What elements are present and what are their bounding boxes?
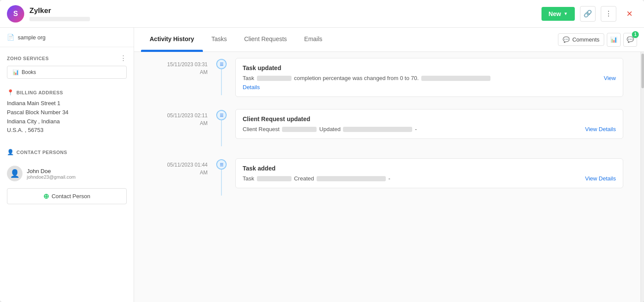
activity-body-1: Task completion percentage was changed f… [243,75,616,81]
activity-title-1: Task updated [243,64,616,71]
tab-bar: Activity History Tasks Client Requests E… [134,28,644,52]
billing-address: Indiana Main Street 1 Pascal Block Numbe… [0,99,134,135]
details-link-1[interactable]: Details [243,84,260,90]
scrollbar-thumb[interactable] [641,54,644,88]
attachment-button[interactable]: 🔗 [580,6,596,22]
dash-3: - [388,175,390,182]
timeline-date-3: 05/11/2023 01:44 AM [151,159,208,177]
tab-activity-history[interactable]: Activity History [141,28,203,52]
redacted-2a [282,127,317,132]
close-icon: ✕ [626,9,633,19]
person-icon: 👤 [7,149,14,155]
timeline-line-3 [221,170,222,196]
dot-icon-3: ☰ [220,162,224,167]
view-link-3[interactable]: View Details [585,175,616,182]
timeline-item-3: 05/11/2023 01:44 AM ☰ Task added [151,159,623,196]
header-title: Zylker [29,6,90,15]
activity-card-2: Client Request updated Client Request Up… [235,109,623,139]
add-contact-label: Contact Person [51,193,90,199]
tab-actions: 💬 Comments 📊 💬 1 [558,33,637,47]
desc-prefix-3: Task [243,175,254,182]
date-text-3: 05/11/2023 01:44 [167,162,208,168]
add-contact-button[interactable]: ⊕ Contact Person [7,188,127,204]
tab-emails-label: Emails [304,35,322,42]
timeline-date-2: 05/11/2023 02:11 AM [151,110,208,127]
billing-address-label: BILLING ADDRESS [16,90,63,95]
time-suffix-2: AM [200,120,208,126]
more-options-button[interactable]: ⋮ [601,6,616,22]
close-button[interactable]: ✕ [622,6,637,22]
contact-email: johndoe23@gmail.com [27,174,76,180]
timeline-line-1 [221,69,222,95]
books-label: Books [22,69,36,75]
dropdown-arrow-icon: ▼ [564,11,568,16]
org-icon: 📄 [7,34,14,41]
chat-badge: 1 [632,31,639,38]
desc-middle-1: completion percentage was changed from 0… [294,75,419,81]
tab-tasks[interactable]: Tasks [203,28,236,52]
redacted-2b [343,127,412,132]
contact-avatar: 👤 [7,166,22,181]
attachment-icon: 🔗 [583,10,592,18]
timeline-container: 15/11/2023 03:31 AM ☰ Task updated [151,59,623,209]
tab-tasks-label: Tasks [211,35,227,42]
scrollbar-track[interactable] [641,52,644,302]
view-link-1[interactable]: View [604,75,616,81]
comments-button[interactable]: 💬 Comments [558,33,604,46]
timeline-item: 15/11/2023 03:31 AM ☰ Task updated [151,59,623,97]
new-button-label: New [548,10,561,17]
analytics-icon: 📊 [610,36,618,43]
tab-emails[interactable]: Emails [295,28,331,52]
activity-card-3: Task added Task Created - View Details [235,158,623,188]
books-icon: 📊 [13,69,19,75]
billing-line-1: Indiana Main Street 1 [7,99,127,108]
desc-prefix-2: Client Request [243,126,279,132]
zoho-services-label: ZOHO SERVICES [7,56,49,61]
timeline-line-col-3: ☰ [216,159,227,196]
billing-line-2: Pascal Block Number 34 [7,108,127,117]
add-contact-icon: ⊕ [43,192,49,200]
timeline-line-col-1: ☰ [216,59,227,95]
billing-address-section: 📍 BILLING ADDRESS [0,82,134,99]
tab-activity-label: Activity History [150,35,194,42]
desc-prefix-1: Task [243,75,254,81]
header-info: Zylker [29,6,90,21]
billing-line-4: U.S.A. , 56753 [7,126,127,135]
content-area: Activity History Tasks Client Requests E… [134,28,644,302]
avatar: S [7,5,24,22]
zoho-services-menu-icon[interactable]: ⋮ [120,54,127,62]
timeline-line-2 [221,120,222,146]
activity-title-3: Task added [243,165,616,172]
chat-icon: 💬 [627,36,634,43]
redacted-1b [421,76,490,81]
comments-label: Comments [572,36,599,43]
new-button[interactable]: New ▼ [541,7,575,21]
timeline-dot-1: ☰ [216,59,227,69]
more-icon: ⋮ [605,10,612,18]
timeline-dot-3: ☰ [216,159,227,170]
date-text-1: 15/11/2023 03:31 [167,61,208,67]
header-subtitle [29,17,90,21]
books-button[interactable]: 📊 Books [7,66,127,79]
tab-client-requests[interactable]: Client Requests [236,28,296,52]
timeline-dot-2: ☰ [216,110,227,120]
contact-info: John Doe johndoe23@gmail.com [27,168,76,180]
sidebar-org: 📄 sample org [0,28,134,47]
timeline-item-2: 05/11/2023 02:11 AM ☰ Client Request up [151,110,623,146]
analytics-button[interactable]: 📊 [607,33,621,47]
view-link-2[interactable]: View Details [585,126,616,132]
dash-2: - [415,126,417,132]
dot-icon-1: ☰ [220,62,224,67]
activity-title-2: Client Request updated [243,116,616,122]
date-text-2: 05/11/2023 02:11 [167,112,208,119]
billing-line-3: Indiana City , Indiana [7,117,127,126]
activity-body-2: Client Request Updated - View Details [243,126,616,132]
chat-button[interactable]: 💬 1 [623,33,637,47]
activity-scroll[interactable]: 15/11/2023 03:31 AM ☰ Task updated [134,52,641,302]
tab-client-requests-label: Client Requests [244,35,287,42]
contact-person-item: 👤 John Doe johndoe23@gmail.com [7,162,127,185]
time-suffix-3: AM [200,170,208,176]
redacted-3b [317,176,386,181]
contact-persons-list: 👤 John Doe johndoe23@gmail.com [0,162,134,185]
contact-name: John Doe [27,168,76,174]
